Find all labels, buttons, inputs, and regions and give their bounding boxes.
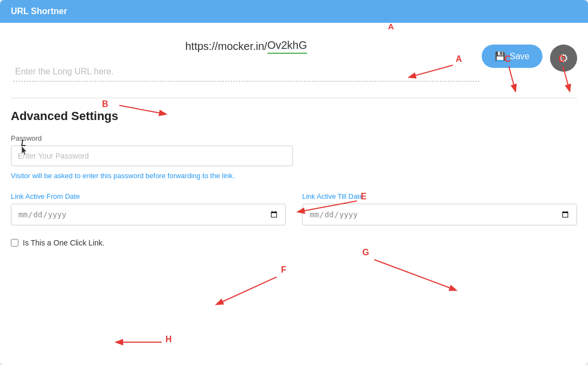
ann-f-text: F bbox=[281, 265, 286, 274]
date-row: Link Active From Date Link Active Till D… bbox=[11, 192, 577, 225]
one-click-label: Is This a One Click Link. bbox=[23, 238, 105, 247]
save-icon: 💾 bbox=[495, 51, 506, 61]
password-hint: Visitor will be asked to enter this pass… bbox=[11, 171, 293, 181]
password-input[interactable] bbox=[11, 146, 293, 166]
advanced-settings-section: Advanced Settings Password Visitor will … bbox=[11, 109, 577, 247]
ann-h-text: H bbox=[165, 335, 172, 344]
divider bbox=[11, 98, 577, 98]
url-base: https://mocker.in/ bbox=[186, 40, 267, 53]
from-date-label: Link Active From Date bbox=[11, 192, 286, 200]
password-label: Password bbox=[11, 134, 577, 142]
url-left: https://mocker.in/ Ov2khG A bbox=[11, 39, 482, 81]
app-header: URL Shortner bbox=[0, 0, 588, 23]
url-section: https://mocker.in/ Ov2khG A 💾 Save bbox=[11, 39, 577, 87]
from-date-input[interactable] bbox=[11, 204, 286, 225]
till-date-group: Link Active Till Date bbox=[302, 192, 577, 225]
save-button[interactable]: 💾 Save bbox=[482, 45, 542, 68]
url-display-row: https://mocker.in/ Ov2khG A bbox=[186, 39, 308, 54]
cursor-pointer bbox=[22, 140, 27, 148]
from-date-group: Link Active From Date bbox=[11, 192, 286, 225]
url-section-wrapper: https://mocker.in/ Ov2khG A 💾 Save bbox=[11, 39, 577, 87]
password-field-group: Password Visitor will be asked to enter … bbox=[11, 134, 577, 181]
app-container: URL Shortner https://mocker.in/ Ov2khG A bbox=[0, 0, 588, 365]
settings-icon: ⚙ bbox=[559, 52, 568, 65]
settings-button[interactable]: ⚙ bbox=[550, 45, 577, 72]
advanced-settings-title: Advanced Settings bbox=[11, 109, 577, 123]
long-url-input[interactable] bbox=[13, 62, 480, 81]
long-url-input-wrapper bbox=[13, 62, 480, 81]
till-date-input[interactable] bbox=[302, 204, 577, 225]
ann-g-text: G bbox=[362, 248, 369, 257]
annotation-a: A bbox=[388, 22, 394, 31]
url-slug: Ov2khG bbox=[267, 39, 307, 54]
till-date-label: Link Active Till Date bbox=[302, 192, 577, 200]
main-content: https://mocker.in/ Ov2khG A 💾 Save bbox=[0, 23, 588, 258]
save-button-label: Save bbox=[510, 52, 529, 61]
app-title: URL Shortner bbox=[11, 7, 67, 16]
one-click-checkbox[interactable] bbox=[11, 239, 18, 247]
ann-f-arrow bbox=[217, 277, 277, 304]
ann-g-arrow bbox=[374, 260, 456, 290]
one-click-row: Is This a One Click Link. bbox=[11, 238, 577, 247]
url-right: 💾 Save ⚙ bbox=[482, 39, 577, 72]
ann-b-text: B bbox=[102, 99, 108, 109]
